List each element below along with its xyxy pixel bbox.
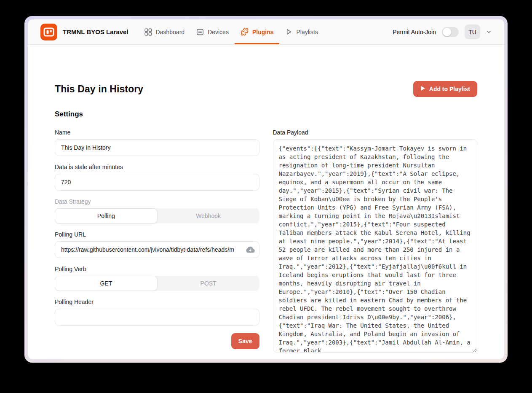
top-navigation-bar: TRMNL BYOS Laravel Dashboard <box>28 19 504 45</box>
puzzle-icon <box>241 28 249 36</box>
topbar-right: Permit Auto-Join TU <box>393 19 492 44</box>
name-label: Name <box>55 129 259 136</box>
settings-form: Name Data is stale after minutes Data St… <box>55 129 477 359</box>
app-window: TRMNL BYOS Laravel Dashboard <box>28 19 504 359</box>
polling-verb-option-post[interactable]: POST <box>158 276 259 291</box>
tab-label: Plugins <box>252 29 274 35</box>
trmnl-logo-icon <box>40 24 57 40</box>
page-title: This Day in History <box>55 83 143 95</box>
main-nav: Dashboard Devices <box>139 19 324 44</box>
data-strategy-option-polling[interactable]: Polling <box>55 208 158 223</box>
brand-home-link[interactable]: TRMNL BYOS Laravel <box>40 19 128 44</box>
polling-verb-field: Polling Verb GET POST <box>55 266 259 291</box>
play-icon <box>420 86 425 92</box>
data-payload-field: Data Payload {"events":[{"text":"Kassym-… <box>273 129 478 353</box>
data-strategy-field: Data Strategy Polling Webhook <box>55 198 259 223</box>
permit-auto-join-label: Permit Auto-Join <box>393 29 436 35</box>
add-to-playlist-label: Add to Playlist <box>429 86 470 92</box>
tab-dashboard[interactable]: Dashboard <box>139 19 191 44</box>
polling-url-input[interactable] <box>55 241 259 258</box>
data-strategy-option-webhook[interactable]: Webhook <box>158 208 259 223</box>
data-strategy-segmented-control: Polling Webhook <box>55 208 259 223</box>
devices-icon <box>196 28 204 36</box>
name-input[interactable] <box>55 139 259 156</box>
chevron-down-icon[interactable] <box>486 29 492 35</box>
polling-header-label: Polling Header <box>55 299 259 305</box>
permit-auto-join-toggle[interactable] <box>442 27 459 37</box>
save-button[interactable]: Save <box>231 333 259 349</box>
stale-label: Data is stale after minutes <box>55 164 259 170</box>
settings-heading: Settings <box>55 110 477 118</box>
window-frame: TRMNL BYOS Laravel Dashboard <box>24 16 508 363</box>
tab-plugins[interactable]: Plugins <box>235 19 280 44</box>
polling-url-field: Polling URL <box>55 231 259 258</box>
polling-header-field: Polling Header <box>55 299 259 326</box>
polling-url-label: Polling URL <box>55 231 259 238</box>
toggle-knob <box>443 28 451 36</box>
play-icon <box>285 28 292 35</box>
settings-left-column: Name Data is stale after minutes Data St… <box>55 129 259 349</box>
plugin-settings-page: This Day in History Add to Playlist Sett… <box>28 45 504 359</box>
tab-label: Dashboard <box>156 29 185 35</box>
polling-header-input[interactable] <box>55 309 259 326</box>
polling-verb-label: Polling Verb <box>55 266 259 272</box>
name-field: Name <box>55 129 259 156</box>
add-to-playlist-button[interactable]: Add to Playlist <box>413 81 477 97</box>
brand-title: TRMNL BYOS Laravel <box>63 28 128 35</box>
stale-field: Data is stale after minutes <box>55 164 259 191</box>
settings-right-column: Data Payload {"events":[{"text":"Kassym-… <box>273 129 478 359</box>
save-row: Save <box>55 333 259 349</box>
tab-playlists[interactable]: Playlists <box>279 19 323 44</box>
page-head: This Day in History Add to Playlist <box>55 81 477 97</box>
grid-icon <box>144 28 152 36</box>
polling-verb-option-get[interactable]: GET <box>55 276 158 291</box>
data-payload-label: Data Payload <box>273 129 478 136</box>
data-strategy-label: Data Strategy <box>55 198 259 205</box>
user-avatar[interactable]: TU <box>465 24 480 39</box>
stale-minutes-input[interactable] <box>55 174 259 191</box>
cloud-download-icon[interactable] <box>246 245 255 254</box>
tab-label: Devices <box>208 29 229 35</box>
data-payload-textarea[interactable]: {"events":[{"text":"Kassym-Jomart Tokaye… <box>273 139 478 353</box>
polling-verb-segmented-control: GET POST <box>55 276 259 291</box>
tab-label: Playlists <box>296 29 318 35</box>
tab-devices[interactable]: Devices <box>190 19 235 44</box>
